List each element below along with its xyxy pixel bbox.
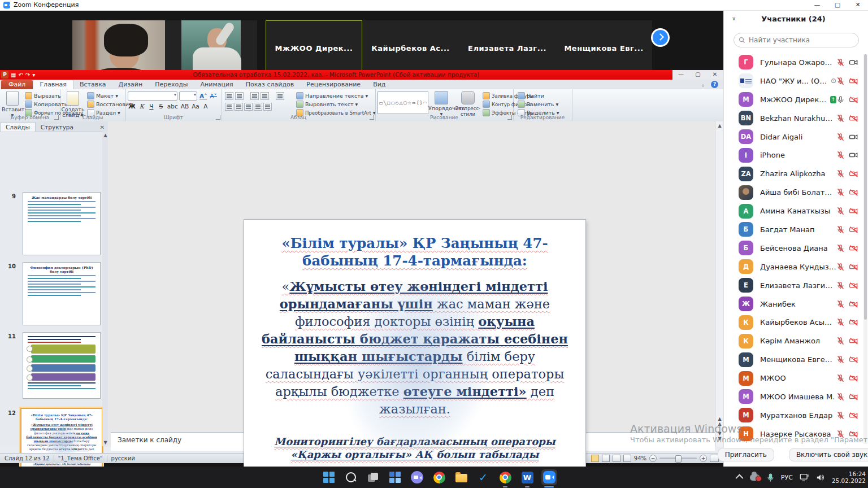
ribbon-tab-4[interactable]: Переходы [149,80,194,89]
font-style-button[interactable]: А [202,103,210,110]
grow-font-icon[interactable]: A˄ [199,93,207,99]
align-center-icon[interactable] [235,103,243,111]
font-style-button[interactable]: Ж [128,103,136,110]
layout-button[interactable]: Макет ▾ [87,92,118,99]
microphone-icon[interactable] [767,473,774,482]
cut-button[interactable]: Вырезать [25,92,61,99]
participant-row[interactable]: IiPhone [724,146,864,164]
zoom-out-icon[interactable]: − [649,455,657,462]
language-indicator[interactable]: РУС [781,474,793,481]
participant-row[interactable]: BNBekzhan Nurakhunov [724,109,864,128]
font-name-combo[interactable] [128,91,177,101]
taskbar-button-search[interactable] [344,470,358,484]
onedrive-icon[interactable] [750,474,760,481]
new-slide-button[interactable]: Создать слайд ▾ [61,91,85,118]
participant-row[interactable]: ДДуанаева Кундыз БДҚ-411 [724,258,864,276]
slide-thumbnail-10[interactable]: Философия докторларын (PhD) бөлу тәртібі [23,262,101,325]
align-right-icon[interactable] [244,103,253,111]
text-direction-button[interactable]: Направление текста ▾ [296,92,368,99]
tab-outline[interactable]: Структура [36,123,79,132]
participant-row[interactable]: НАО "ЖУ и... (Организатор)⊙ [724,72,864,90]
indent-increase-icon[interactable] [261,92,269,100]
quick-styles-button[interactable]: Экспресс-стили [454,91,481,117]
participant-row[interactable]: ЕЕлизавета Лазгиева [724,276,864,295]
close-icon[interactable]: ✕ [848,0,868,10]
slide-thumbnail-9[interactable]: Жас мамандарды бөлу тәртібі [23,192,101,255]
search-input[interactable] [734,33,859,47]
indent-decrease-icon[interactable] [250,92,259,100]
close-icon[interactable]: ✕ [706,70,723,80]
participant-row[interactable]: ЖЖанибек [724,295,864,313]
font-style-button[interactable]: S [157,103,165,110]
taskbar-button-word[interactable]: W [520,470,534,484]
speaker-icon[interactable] [816,473,825,482]
maximize-icon[interactable]: ▢ [827,0,848,10]
participant-row[interactable]: ZAZhazira Alipkozha [724,164,864,183]
ribbon-tab-5[interactable]: Анимация [194,80,240,89]
taskbar-button-chrome[interactable] [432,470,446,484]
participant-row[interactable]: ММжЖОО Директоры Смаг...↑ [724,90,864,109]
shapes-gallery[interactable]: ▭╲◻○◇△⬠☆⇨{}◠ [377,91,428,114]
participant-row[interactable]: ММуратханов Елдар [724,406,864,425]
taskbar-button-widgets[interactable] [388,470,402,484]
zoom-in-icon[interactable]: + [700,455,707,462]
font-dialog-launcher[interactable] [216,115,220,120]
reading-view-icon[interactable] [613,455,620,462]
participant-row[interactable]: ММЖОО [724,369,864,387]
network-icon[interactable]: 8 [800,473,809,482]
scroll-up-icon[interactable]: ▲ [717,123,723,128]
slide-thumbnail-11[interactable] [23,332,101,399]
font-style-button[interactable]: abc [167,103,179,110]
participant-row[interactable]: ККәрім Аманжол [724,332,864,350]
zoom-slider[interactable] [659,457,697,459]
columns-icon[interactable] [263,103,272,111]
line-spacing-icon[interactable] [276,92,284,100]
drawing-dialog-launcher[interactable] [507,115,512,120]
taskbar-button-chrome-2[interactable] [498,470,512,484]
ribbon-tab-6[interactable]: Показ слайдов [240,80,301,89]
normal-view-icon[interactable] [591,455,599,462]
bullets-icon[interactable] [225,92,233,100]
list-buttons[interactable] [225,92,284,100]
find-button[interactable]: Найти [518,92,544,99]
tab-slides[interactable]: Слайды [0,122,36,132]
shrink-font-icon[interactable]: A˅ [209,93,217,99]
font-style-button[interactable]: Аа [191,103,200,110]
invite-button[interactable]: Пригласить [718,448,774,461]
ribbon-tab-8[interactable]: Вид [367,80,392,89]
next-videos-button[interactable] [653,30,668,45]
unmute-button[interactable]: Включить свой звук [789,448,868,461]
scroll-down-icon[interactable]: ▼ [102,440,108,445]
sorter-view-icon[interactable] [602,455,610,462]
font-style-button[interactable]: АВ [180,103,189,110]
current-slide[interactable]: «Білім туралы» ҚР Заңының 47- бабының 17… [244,220,585,475]
participant-row[interactable]: ММенщикова Евгения [724,350,864,369]
slideshow-view-icon[interactable] [623,455,631,462]
font-style-button[interactable]: К [138,103,146,110]
vertical-scrollbar[interactable]: ▲ ▲▲ ▼▼ [715,121,724,447]
minimize-icon[interactable]: — [672,70,689,80]
align-left-icon[interactable] [225,103,233,111]
justify-icon[interactable] [254,103,262,111]
participant-row[interactable]: ГГульнара Ожарова (Я) [724,53,864,72]
replace-button[interactable]: Заменить ▾ [518,101,558,108]
participant-row[interactable]: ММЖОО Имашева М. [724,387,864,406]
panel-scrollbar[interactable] [863,54,867,444]
paste-button[interactable]: Вставить ▾ [2,91,23,118]
ribbon-tab-0[interactable]: Файл [1,80,33,89]
arrange-button[interactable]: Упорядочить ▾ [428,91,454,117]
participant-row[interactable]: ККайырбеков Асылбек [724,313,864,332]
paragraph-dialog-launcher[interactable] [370,115,374,120]
ribbon-tab-1[interactable]: Главная [33,80,73,89]
participant-row[interactable]: ББейсенова Диана [724,239,864,258]
taskbar-button-explorer[interactable] [454,470,468,484]
clipboard-dialog-launcher[interactable] [54,115,59,120]
participant-row[interactable]: Айша бибі Болатова [724,183,864,202]
help-icon[interactable]: ? [711,81,718,88]
pane-scrollbar[interactable]: ▲ ▼ [102,132,108,446]
participant-row[interactable]: ББагдат Манап [724,220,864,239]
participant-row[interactable]: ААмина Канаткызы [724,202,864,220]
restore-icon[interactable]: ▢ [689,70,706,80]
participant-row[interactable]: DADidar Aigali [724,128,864,146]
taskbar-button-task-view[interactable] [366,470,380,484]
